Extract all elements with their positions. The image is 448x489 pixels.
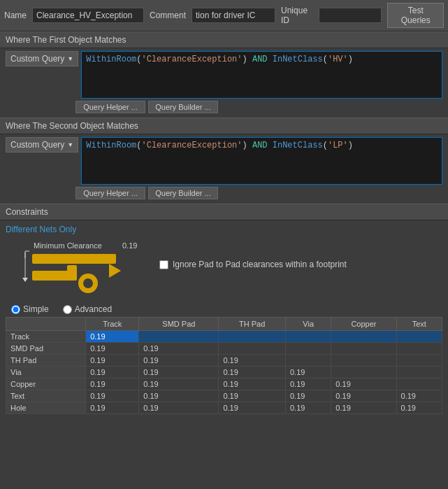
col-header-smd: SMD Pad: [139, 318, 219, 331]
table-cell[interactable]: [285, 355, 331, 367]
table-cell[interactable]: [285, 331, 331, 343]
uid-label: Unique ID: [281, 6, 313, 25]
table-cell[interactable]: 0.19: [139, 343, 219, 355]
first-object-section-header: Where The First Object Matches: [0, 31, 448, 48]
table-cell[interactable]: 0.19: [86, 367, 139, 378]
advanced-radio-item[interactable]: Advanced: [63, 304, 112, 314]
first-object-dropdown[interactable]: Custom Query ▼: [6, 51, 78, 66]
table-cell[interactable]: 0.19: [285, 402, 331, 414]
table-cell[interactable]: 0.19: [331, 402, 396, 414]
table-cell: Text: [6, 390, 86, 402]
name-input[interactable]: [32, 8, 144, 23]
constraints-section-header: Constraints: [0, 204, 448, 220]
min-clearance-value: 0.19: [122, 241, 137, 250]
table-cell[interactable]: 0.19: [219, 390, 286, 402]
table-cell[interactable]: 0.19: [86, 331, 139, 343]
table-cell: TH Pad: [6, 355, 86, 367]
table-cell[interactable]: 0.19: [219, 402, 286, 414]
comment-input[interactable]: [192, 8, 275, 23]
table-cell[interactable]: 0.19: [285, 378, 331, 390]
table-cell[interactable]: 0.19: [139, 367, 219, 378]
table-cell[interactable]: [331, 355, 396, 367]
table-cell[interactable]: 0.19: [86, 390, 139, 402]
table-cell[interactable]: [219, 331, 286, 343]
svg-rect-5: [32, 254, 116, 264]
ignore-pad-label: Ignore Pad to Pad clearances within a fo…: [173, 260, 347, 269]
svg-point-9: [83, 278, 93, 288]
second-object-dropdown[interactable]: Custom Query ▼: [6, 137, 78, 153]
table-cell[interactable]: 0.19: [139, 378, 219, 390]
table-cell: Via: [6, 367, 86, 378]
second-query-builder-button[interactable]: Query Builder ...: [148, 187, 218, 199]
first-object-query-display[interactable]: WithinRoom('ClearanceException') AND InN…: [81, 51, 442, 99]
advanced-radio[interactable]: [63, 305, 72, 314]
table-cell[interactable]: 0.19: [219, 367, 286, 378]
col-header-via: Via: [285, 318, 331, 331]
table-cell[interactable]: [219, 343, 286, 355]
col-header-empty: [6, 318, 86, 331]
advanced-label: Advanced: [75, 304, 112, 314]
col-header-text: Text: [396, 318, 442, 331]
table-cell[interactable]: 0.19: [86, 343, 139, 355]
header-bar: Name Comment Unique ID Test Queries: [0, 0, 448, 31]
first-query-helper-button[interactable]: Query Helper ...: [75, 101, 145, 113]
second-object-query-section: Custom Query ▼ WithinRoom('ClearanceExce…: [0, 134, 448, 204]
clearance-table: Track SMD Pad TH Pad Via Copper Text Tra…: [6, 317, 442, 414]
table-cell[interactable]: [396, 355, 442, 367]
uid-input[interactable]: [319, 8, 382, 23]
table-cell[interactable]: [331, 331, 396, 343]
col-header-track: Track: [86, 318, 139, 331]
table-cell[interactable]: [285, 343, 331, 355]
table-cell[interactable]: 0.19: [139, 355, 219, 367]
svg-marker-10: [109, 264, 121, 278]
table-cell[interactable]: 0.19: [285, 367, 331, 378]
min-clearance-text: Minimum Clearance: [34, 241, 102, 250]
table-cell[interactable]: 0.19: [331, 390, 396, 402]
table-cell[interactable]: 0.19: [139, 402, 219, 414]
table-cell: Hole: [6, 402, 86, 414]
simple-radio[interactable]: [11, 305, 20, 314]
table-cell[interactable]: [331, 343, 396, 355]
table-cell[interactable]: 0.19: [139, 390, 219, 402]
table-cell[interactable]: 0.19: [86, 402, 139, 414]
diff-nets-label: Different Nets Only: [6, 225, 442, 234]
table-cell: Track: [6, 331, 86, 343]
clearance-diagram-svg: Minimum Clearance 0.19: [6, 239, 152, 300]
table-cell[interactable]: 0.19: [219, 378, 286, 390]
second-dropdown-arrow-icon: ▼: [67, 141, 73, 148]
table-cell[interactable]: 0.19: [331, 378, 396, 390]
table-cell[interactable]: [396, 343, 442, 355]
mode-radio-group: Simple Advanced: [11, 304, 437, 314]
second-query-helper-button[interactable]: Query Helper ...: [75, 187, 145, 199]
dropdown-arrow-icon: ▼: [67, 55, 73, 62]
table-cell[interactable]: [396, 367, 442, 378]
table-cell[interactable]: 0.19: [219, 355, 286, 367]
table-cell[interactable]: [139, 331, 219, 343]
test-queries-button[interactable]: Test Queries: [387, 3, 444, 28]
table-cell[interactable]: [396, 378, 442, 390]
constraints-content: Different Nets Only Minimum Clearance 0.…: [0, 220, 448, 417]
table-cell[interactable]: [331, 367, 396, 378]
col-header-th: TH Pad: [219, 318, 286, 331]
simple-radio-item[interactable]: Simple: [11, 304, 49, 314]
table-cell[interactable]: 0.19: [86, 355, 139, 367]
second-object-section-header: Where The Second Object Matches: [0, 118, 448, 134]
table-cell[interactable]: 0.19: [396, 402, 442, 414]
simple-label: Simple: [23, 304, 49, 314]
svg-rect-7: [67, 265, 77, 281]
name-label: Name: [4, 10, 27, 20]
svg-marker-3: [22, 278, 28, 282]
table-cell[interactable]: 0.19: [396, 390, 442, 402]
ignore-pad-checkbox[interactable]: [159, 260, 168, 269]
table-cell: Copper: [6, 378, 86, 390]
first-query-builder-button[interactable]: Query Builder ...: [148, 101, 218, 113]
comment-label: Comment: [150, 10, 186, 20]
table-cell[interactable]: 0.19: [285, 390, 331, 402]
first-object-query-section: Custom Query ▼ WithinRoom('ClearanceExce…: [0, 48, 448, 118]
second-object-query-display[interactable]: WithinRoom('ClearanceException') AND InN…: [81, 137, 442, 185]
table-cell: SMD Pad: [6, 343, 86, 355]
table-cell[interactable]: [396, 331, 442, 343]
table-cell[interactable]: 0.19: [86, 378, 139, 390]
col-header-copper: Copper: [331, 318, 396, 331]
clearance-diagram: Minimum Clearance 0.19: [6, 239, 152, 300]
